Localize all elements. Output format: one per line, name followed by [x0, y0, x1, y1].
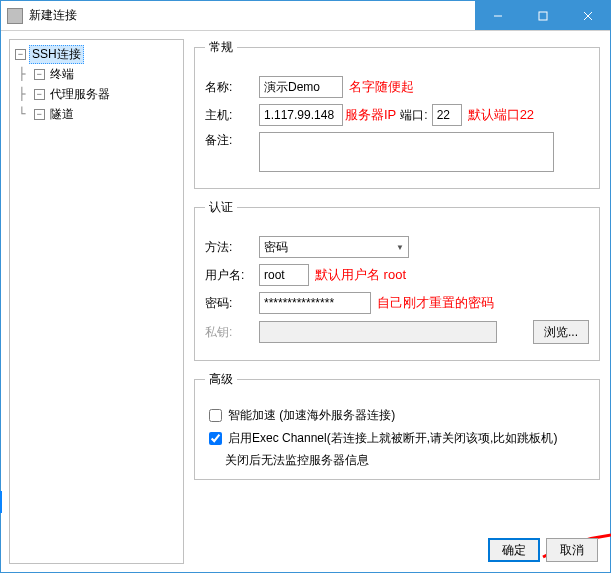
browse-button[interactable]: 浏览... [533, 320, 589, 344]
sidebar-tree[interactable]: − SSH连接 ├ − 终端 ├ − 代理服务器 └ − 隧道 [9, 39, 184, 564]
tree-item-terminal[interactable]: ├ − 终端 [12, 64, 181, 84]
tree-item-tunnel[interactable]: └ − 隧道 [12, 104, 181, 124]
svg-rect-1 [539, 12, 547, 20]
annotation-name: 名字随便起 [349, 78, 414, 96]
group-advanced: 高级 智能加速 (加速海外服务器连接) 启用Exec Channel(若连接上就… [194, 371, 600, 480]
minimize-button[interactable] [475, 1, 520, 30]
tree-item-ssh[interactable]: − SSH连接 [12, 44, 181, 64]
chevron-down-icon: ▼ [396, 243, 404, 252]
collapse-icon[interactable]: − [34, 89, 45, 100]
user-input[interactable] [259, 264, 309, 286]
tree-item-proxy[interactable]: ├ − 代理服务器 [12, 84, 181, 104]
collapse-icon[interactable]: − [34, 109, 45, 120]
checkbox-exec-input[interactable] [209, 432, 222, 445]
window-title: 新建连接 [29, 7, 475, 24]
ok-button[interactable]: 确定 [488, 538, 540, 562]
annotation-user: 默认用户名 root [315, 266, 406, 284]
dialog-window: 新建连接 − SSH连接 ├ − 终端 ├ − 代理服务器 └ − 隧道 [0, 0, 611, 573]
maximize-button[interactable] [520, 1, 565, 30]
label-key: 私钥: [205, 324, 259, 341]
name-input[interactable] [259, 76, 343, 98]
titlebar[interactable]: 新建连接 [1, 1, 610, 31]
checkbox-accel[interactable]: 智能加速 (加速海外服务器连接) [205, 406, 589, 425]
collapse-icon[interactable]: − [15, 49, 26, 60]
password-input[interactable] [259, 292, 371, 314]
checkbox-exec[interactable]: 启用Exec Channel(若连接上就被断开,请关闭该项,比如跳板机) [205, 429, 589, 448]
close-button[interactable] [565, 1, 610, 30]
cancel-button[interactable]: 取消 [546, 538, 598, 562]
decoration [0, 491, 2, 513]
app-icon [7, 8, 23, 24]
label-host: 主机: [205, 107, 259, 124]
label-port: 端口: [400, 107, 427, 124]
label-remark: 备注: [205, 132, 259, 149]
key-input [259, 321, 497, 343]
legend-auth: 认证 [205, 199, 237, 216]
label-method: 方法: [205, 239, 259, 256]
remark-input[interactable] [259, 132, 554, 172]
legend-general: 常规 [205, 39, 237, 56]
exec-note: 关闭后无法监控服务器信息 [225, 452, 589, 469]
label-user: 用户名: [205, 267, 259, 284]
collapse-icon[interactable]: − [34, 69, 45, 80]
group-general: 常规 名称: 名字随便起 主机: 服务器IP 端口: 默认端口22 备注: [194, 39, 600, 189]
host-input[interactable] [259, 104, 343, 126]
label-password: 密码: [205, 295, 259, 312]
main-panel: 常规 名称: 名字随便起 主机: 服务器IP 端口: 默认端口22 备注: [188, 31, 610, 572]
method-select[interactable]: 密码 ▼ [259, 236, 409, 258]
label-name: 名称: [205, 79, 259, 96]
port-input[interactable] [432, 104, 462, 126]
legend-advanced: 高级 [205, 371, 237, 388]
checkbox-accel-input[interactable] [209, 409, 222, 422]
annotation-port: 默认端口22 [468, 106, 534, 124]
annotation-host: 服务器IP [345, 106, 396, 124]
annotation-password: 自己刚才重置的密码 [377, 294, 494, 312]
group-auth: 认证 方法: 密码 ▼ 用户名: 默认用户名 root 密码: 自己刚才重 [194, 199, 600, 361]
